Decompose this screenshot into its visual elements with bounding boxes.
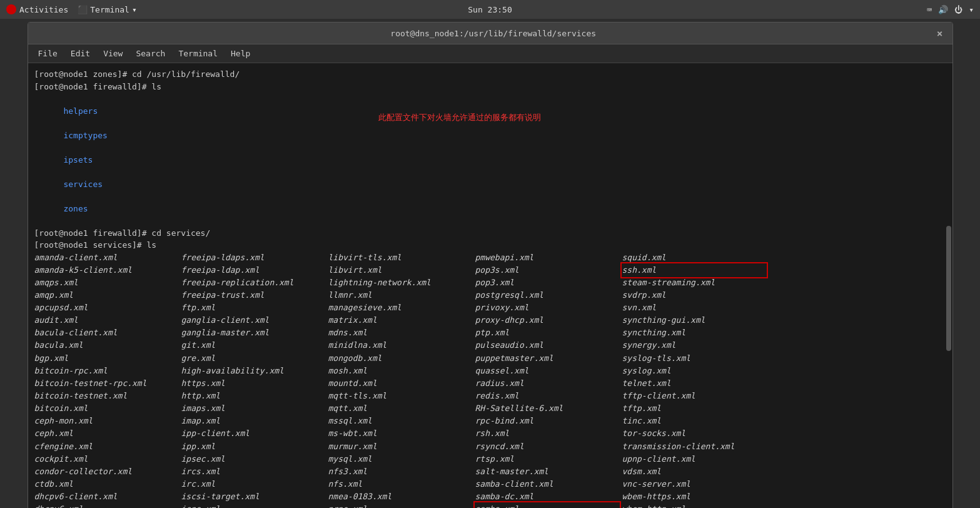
command-line-4: [root@node1 services]# ls (34, 239, 946, 251)
list-item: mqtt.xml (328, 402, 472, 415)
list-item: redis.xml (475, 390, 619, 402)
power-icon: ⏻ (954, 5, 962, 14)
list-item: telnet.xml (622, 377, 766, 390)
list-item: samba-client.xml (475, 478, 619, 490)
list-item: tftp-client.xml (622, 390, 766, 402)
list-item: nfs.xml (328, 478, 472, 490)
menu-search[interactable]: Search (131, 47, 170, 60)
list-item: condor-collector.xml (34, 465, 178, 478)
list-item: ceph.xml (34, 427, 178, 440)
file-col-5: squid.xmlssh.xmlsteam-streaming.xmlsvdrp… (622, 251, 766, 509)
keyboard-icon: ⌨ (927, 5, 932, 14)
redhat-icon (6, 4, 16, 14)
menu-terminal[interactable]: Terminal (173, 47, 223, 60)
file-listing: amanda-client.xmlamanda-k5-client.xmlamq… (34, 251, 946, 509)
activities-label: Activities (19, 5, 68, 14)
list-item: isns.xml (181, 503, 325, 508)
terminal-title: root@dns_node1:/usr/lib/firewalld/servic… (50, 29, 937, 38)
list-item: gre.xml (181, 352, 325, 365)
list-item: pop3s.xml (475, 264, 619, 277)
list-item: managesieve.xml (328, 302, 472, 314)
system-bar-left: Activities ⬛ Terminal ▾ (6, 4, 137, 14)
list-item: syncthing.xml (622, 327, 766, 339)
dir-zones: zones (63, 204, 88, 213)
list-item: ptp.xml (475, 327, 619, 339)
list-item: rsyncd.xml (475, 440, 619, 453)
menu-edit[interactable]: Edit (66, 47, 95, 60)
list-item: mongodb.xml (328, 352, 472, 365)
close-button[interactable]: × (937, 28, 943, 39)
list-item: amqps.xml (34, 277, 178, 289)
scrollbar[interactable] (946, 226, 951, 351)
terminal-dropdown-icon: ▾ (132, 5, 137, 14)
list-item: bitcoin-testnet-rpc.xml (34, 377, 178, 390)
list-item: syslog-tls.xml (622, 352, 766, 365)
list-item: squid.xml (622, 251, 766, 264)
list-item: postgresql.xml (475, 289, 619, 302)
list-item: bitcoin-rpc.xml (34, 365, 178, 377)
activities-button[interactable]: Activities (6, 4, 68, 14)
list-item: libvirt-tls.xml (328, 251, 472, 264)
list-item: RH-Satellite-6.xml (475, 402, 619, 415)
annotation-text: 此配置文件下对火墙允许通过的服务都有说明 (378, 112, 541, 123)
menu-help[interactable]: Help (226, 47, 255, 60)
list-item: bitcoin-testnet.xml (34, 390, 178, 402)
terminal-titlebar: root@dns_node1:/usr/lib/firewalld/servic… (28, 23, 952, 44)
file-col-4: pmwebapi.xmlpop3s.xmlpop3.xmlpostgresql.… (475, 251, 619, 509)
file-col-2: freeipa-ldaps.xmlfreeipa-ldap.xmlfreeipa… (181, 251, 325, 509)
list-item: tftp.xml (622, 402, 766, 415)
terminal-icon: ⬛ (78, 5, 88, 14)
list-item: cockpit.xml (34, 453, 178, 465)
list-item: high-availability.xml (181, 365, 325, 377)
list-item: ipp.xml (181, 440, 325, 453)
list-item: ircs.xml (181, 465, 325, 478)
command-line-1: [root@node1 zones]# cd /usr/lib/firewall… (34, 68, 946, 81)
list-item: nfs3.xml (328, 465, 472, 478)
list-item: cfengine.xml (34, 440, 178, 453)
list-item: dhcpv6.xml (34, 503, 178, 508)
list-item: wbem-https.xml (622, 490, 766, 503)
list-item: mosh.xml (328, 365, 472, 377)
dir-services: services (63, 180, 103, 189)
list-item: mdns.xml (328, 327, 472, 339)
list-item: quassel.xml (475, 365, 619, 377)
system-bar: Activities ⬛ Terminal ▾ Sun 23:50 ⌨ 🔊 ⏻ … (0, 0, 980, 19)
list-item: pmwebapi.xml (475, 251, 619, 264)
list-item: upnp-client.xml (622, 453, 766, 465)
list-item: bacula-client.xml (34, 327, 178, 339)
list-item: radius.xml (475, 377, 619, 390)
list-item: amanda-client.xml (34, 251, 178, 264)
terminal-button[interactable]: ⬛ Terminal ▾ (78, 5, 136, 14)
menu-file[interactable]: File (33, 47, 63, 60)
list-item: vnc-server.xml (622, 478, 766, 490)
list-item: ssh.xml (622, 264, 766, 277)
list-item: imaps.xml (181, 402, 325, 415)
volume-icon: 🔊 (938, 5, 948, 14)
list-item: audit.xml (34, 314, 178, 327)
list-item: rpc-bind.xml (475, 415, 619, 427)
list-item: ms-wbt.xml (328, 427, 472, 440)
list-item: synergy.xml (622, 339, 766, 352)
list-item: freeipa-ldap.xml (181, 264, 325, 277)
list-item: bgp.xml (34, 352, 178, 365)
list-item: samba-dc.xml (475, 490, 619, 503)
list-item: nmea-0183.xml (328, 490, 472, 503)
list-item: https.xml (181, 377, 325, 390)
dir-helpers: helpers (63, 106, 98, 116)
list-item: git.xml (181, 339, 325, 352)
list-item: freeipa-replication.xml (181, 277, 325, 289)
list-item: mssql.xml (328, 415, 472, 427)
list-item: puppetmaster.xml (475, 352, 619, 365)
list-item: nrpe.xml (328, 503, 472, 508)
command-line-2: [root@node1 firewalld]# ls (34, 81, 946, 93)
list-item: privoxy.xml (475, 302, 619, 314)
list-item: imap.xml (181, 415, 325, 427)
list-item: amqp.xml (34, 289, 178, 302)
list-item: irc.xml (181, 478, 325, 490)
list-item: lightning-network.xml (328, 277, 472, 289)
file-col-1: amanda-client.xmlamanda-k5-client.xmlamq… (34, 251, 178, 509)
menu-view[interactable]: View (98, 47, 128, 60)
list-item: transmission-client.xml (622, 440, 766, 453)
list-item: llmnr.xml (328, 289, 472, 302)
list-item: apcupsd.xml (34, 302, 178, 314)
